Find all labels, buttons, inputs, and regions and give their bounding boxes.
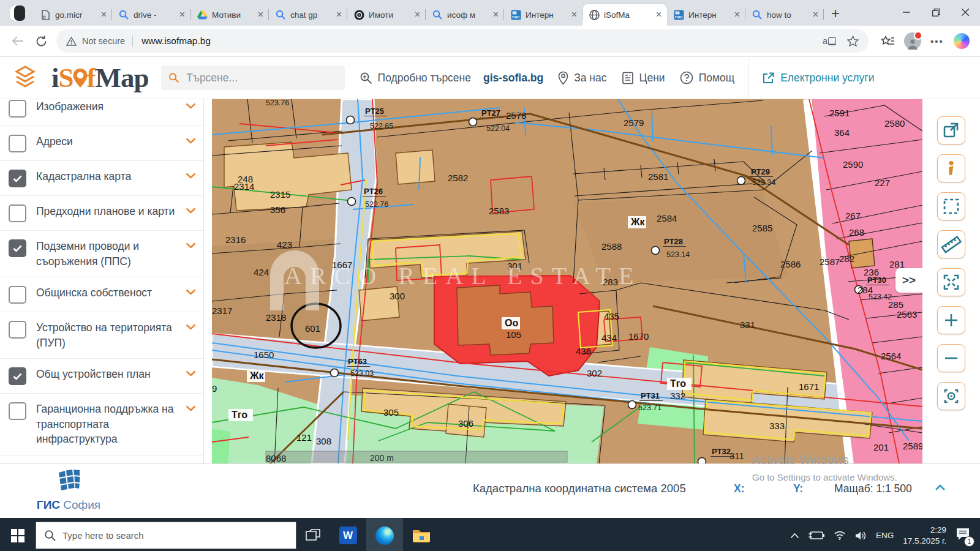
- tab-close-icon[interactable]: ×: [98, 9, 110, 20]
- layer-item[interactable]: Адреси: [0, 126, 203, 161]
- browser-tab[interactable]: Имоти×: [347, 4, 426, 26]
- isofmap-logo[interactable]: iS fMap: [51, 62, 149, 94]
- tab-close-icon[interactable]: ×: [731, 9, 743, 20]
- favorites-list-button[interactable]: [876, 36, 900, 47]
- taskbar-search-box[interactable]: Type here to search: [36, 522, 296, 549]
- browser-tab[interactable]: Мотиви×: [190, 4, 269, 26]
- tab-close-icon[interactable]: ×: [653, 9, 665, 20]
- chevron-down-icon[interactable]: [186, 173, 196, 179]
- wifi-icon[interactable]: [834, 531, 846, 540]
- minimize-button[interactable]: [892, 0, 921, 24]
- tab-close-icon[interactable]: ×: [176, 9, 188, 20]
- zoom-extent-button[interactable]: [937, 268, 965, 296]
- identify-button[interactable]: [937, 154, 965, 182]
- layer-item[interactable]: Предходни планове и карти: [0, 196, 203, 231]
- layer-checkbox[interactable]: [9, 286, 26, 304]
- taskbar-explorer-app[interactable]: [403, 518, 440, 551]
- layer-checkbox[interactable]: [9, 204, 26, 222]
- expand-panel-button[interactable]: >>: [895, 268, 922, 293]
- eservices-link[interactable]: Електронни услуги: [762, 72, 874, 84]
- layer-item[interactable]: Общ устройствен план: [0, 359, 203, 394]
- collapse-statusbar-button[interactable]: [935, 482, 946, 493]
- layer-item[interactable]: Гаранционна поддръжка на транспортната и…: [0, 394, 203, 455]
- map-area[interactable]: 523.76PT25522.65PT27522.0425782579259125…: [212, 99, 922, 463]
- chevron-down-icon[interactable]: [186, 242, 196, 249]
- taskbar-edge-app[interactable]: [366, 518, 403, 551]
- zoom-in-button[interactable]: [937, 306, 965, 334]
- chevron-down-icon[interactable]: [186, 103, 196, 109]
- select-area-button[interactable]: [937, 192, 965, 220]
- layer-item[interactable]: Подземни проводи и съоръжения (ППС): [0, 231, 203, 277]
- layer-item[interactable]: Устройство на територията (ПУП): [0, 312, 203, 359]
- browser-tab[interactable]: ГИСИнтерн×: [504, 4, 582, 26]
- layer-checkbox[interactable]: [9, 321, 26, 339]
- zoom-out-button[interactable]: [937, 344, 965, 372]
- locate-button[interactable]: [937, 382, 965, 410]
- prices-link[interactable]: Цени: [622, 72, 665, 84]
- browser-tab[interactable]: ГИСИнтерн×: [667, 4, 745, 26]
- layer-item[interactable]: Кадастрална карта: [0, 161, 203, 196]
- translate-icon[interactable]: a: [823, 36, 836, 46]
- favorite-star-icon[interactable]: [847, 36, 859, 47]
- chevron-down-icon[interactable]: [186, 324, 196, 330]
- map-search-box[interactable]: [161, 66, 345, 90]
- notification-center-button[interactable]: 1: [956, 528, 970, 544]
- close-button[interactable]: [951, 0, 980, 24]
- search-input[interactable]: [185, 71, 337, 85]
- chevron-down-icon[interactable]: [186, 289, 196, 295]
- volume-icon[interactable]: [855, 531, 867, 541]
- chevron-down-icon[interactable]: [186, 138, 196, 144]
- chevron-down-icon[interactable]: [186, 370, 196, 377]
- copilot-button[interactable]: [949, 33, 974, 49]
- task-view-button[interactable]: [296, 518, 330, 551]
- tab-close-icon[interactable]: ×: [333, 9, 345, 20]
- layer-item[interactable]: Общинска собственост: [0, 277, 203, 312]
- layer-checkbox[interactable]: [9, 135, 26, 152]
- language-indicator[interactable]: ENG: [876, 531, 894, 540]
- layer-item[interactable]: Недвижими културни ценности: [0, 455, 203, 464]
- chevron-down-icon[interactable]: [186, 208, 196, 214]
- reload-button[interactable]: [29, 36, 53, 47]
- restore-button[interactable]: [921, 0, 951, 24]
- battery-icon[interactable]: [809, 531, 824, 540]
- layer-checkbox[interactable]: [9, 239, 26, 257]
- browser-tab[interactable]: исоф м×: [426, 4, 504, 26]
- browser-tab[interactable]: chat gp×: [269, 4, 347, 26]
- cadastral-map[interactable]: 523.76PT25522.65PT27522.0425782579259125…: [212, 99, 922, 463]
- layer-label: Изображения: [36, 99, 176, 114]
- chevron-down-icon[interactable]: [186, 405, 196, 411]
- map-label: 9: [212, 383, 217, 394]
- help-link[interactable]: Помощ: [680, 71, 734, 84]
- tab-close-icon[interactable]: ×: [490, 9, 502, 20]
- tab-close-icon[interactable]: ×: [255, 9, 266, 20]
- layer-checkbox[interactable]: [9, 367, 26, 385]
- new-tab-button[interactable]: +: [824, 6, 850, 26]
- url-field[interactable]: Not secure www.isofmap.bg a: [56, 29, 869, 53]
- layer-item[interactable]: Изображения: [0, 99, 203, 126]
- tab-close-icon[interactable]: ×: [810, 9, 821, 20]
- layer-checkbox[interactable]: [9, 170, 26, 187]
- gis-sofia-link[interactable]: gis-sofia.bg: [483, 72, 543, 84]
- profile-button[interactable]: [900, 32, 925, 50]
- browser-menu-button[interactable]: •••: [925, 36, 949, 47]
- taskbar-clock[interactable]: 2:29 17.5.2025 г.: [903, 525, 946, 546]
- browser-tab[interactable]: drive - ×: [112, 4, 190, 26]
- hidden-icons-chevron[interactable]: [790, 533, 799, 539]
- measure-button[interactable]: [937, 230, 965, 258]
- browser-tab[interactable]: iSofMa×: [582, 4, 667, 26]
- browser-tab[interactable]: go.micr×: [34, 4, 112, 26]
- open-external-button[interactable]: [937, 116, 965, 144]
- workspace-icon[interactable]: [10, 6, 25, 21]
- detailed-search-link[interactable]: Подробно търсене: [360, 72, 471, 84]
- start-button[interactable]: [0, 518, 36, 551]
- tab-close-icon[interactable]: ×: [568, 9, 580, 20]
- layer-checkbox[interactable]: [9, 402, 26, 420]
- tab-close-icon[interactable]: ×: [412, 9, 423, 20]
- gis-sofia-brand[interactable]: ГИС София: [34, 469, 103, 512]
- browser-tab[interactable]: how to×: [745, 4, 824, 26]
- taskbar-word-app[interactable]: W: [330, 518, 366, 551]
- back-button[interactable]: [6, 36, 29, 47]
- layers-menu-button[interactable]: [13, 65, 37, 91]
- layer-checkbox[interactable]: [9, 100, 26, 118]
- about-link[interactable]: За нас: [558, 71, 606, 85]
